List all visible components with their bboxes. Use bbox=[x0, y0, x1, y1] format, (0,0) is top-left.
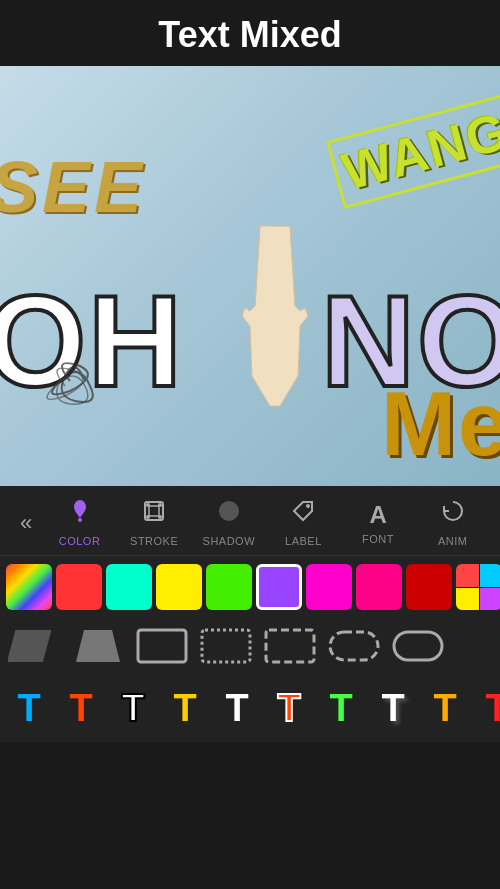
svg-point-7 bbox=[219, 501, 239, 521]
header: Text Mixed bbox=[0, 0, 500, 66]
swatch-green[interactable] bbox=[206, 564, 252, 610]
tool-color[interactable]: COLOR bbox=[42, 498, 117, 547]
hand-overlay bbox=[210, 226, 340, 446]
label-icon bbox=[290, 498, 316, 531]
swatch-yellow[interactable] bbox=[156, 564, 202, 610]
swatches-row bbox=[0, 556, 500, 618]
text-me[interactable]: Me bbox=[381, 373, 500, 476]
swatch-cyan[interactable] bbox=[106, 564, 152, 610]
swatch-darkred[interactable] bbox=[406, 564, 452, 610]
font-style-4[interactable]: T bbox=[162, 682, 208, 734]
svg-rect-12 bbox=[202, 630, 250, 662]
stroke-label: STROKE bbox=[130, 535, 178, 547]
swatch-magenta[interactable] bbox=[306, 564, 352, 610]
font-style-5[interactable]: T bbox=[214, 682, 260, 734]
font-icon: A bbox=[369, 501, 386, 529]
shape-trapezoid[interactable] bbox=[70, 626, 126, 666]
tool-shadow[interactable]: SHADOW bbox=[192, 498, 267, 547]
text-see[interactable]: SEE bbox=[0, 146, 146, 228]
font-label: FONT bbox=[362, 533, 394, 545]
svg-rect-15 bbox=[394, 632, 442, 660]
shape-pill-outline[interactable] bbox=[390, 626, 446, 666]
svg-marker-9 bbox=[8, 630, 51, 662]
font-style-6[interactable]: T bbox=[266, 682, 312, 734]
font-style-1[interactable]: T bbox=[6, 682, 52, 734]
svg-rect-2 bbox=[149, 506, 159, 516]
back-button[interactable]: « bbox=[10, 506, 42, 540]
svg-point-6 bbox=[158, 515, 162, 519]
shapes-row bbox=[0, 618, 500, 674]
page-title: Text Mixed bbox=[158, 14, 341, 55]
font-style-2[interactable]: T bbox=[58, 682, 104, 734]
swatch-hotpink[interactable] bbox=[356, 564, 402, 610]
svg-marker-10 bbox=[76, 630, 120, 662]
bottom-panel: « COLOR STROKE SHADOW LABEL bbox=[0, 486, 500, 742]
color-icon bbox=[67, 498, 93, 531]
label-label: LABEL bbox=[285, 535, 322, 547]
stroke-icon bbox=[141, 498, 167, 531]
swatch-multi[interactable] bbox=[456, 564, 500, 610]
shape-rectangle-dashed[interactable] bbox=[262, 626, 318, 666]
font-style-10[interactable]: T bbox=[474, 682, 500, 734]
font-style-9[interactable]: T bbox=[422, 682, 468, 734]
tool-label[interactable]: LABEL bbox=[266, 498, 341, 547]
swatch-rainbow[interactable] bbox=[6, 564, 52, 610]
tool-font[interactable]: A FONT bbox=[341, 501, 416, 545]
font-style-3[interactable]: T bbox=[110, 682, 156, 734]
svg-point-0 bbox=[78, 518, 82, 522]
anim-label: ANIM bbox=[438, 535, 468, 547]
font-style-8[interactable]: T bbox=[370, 682, 416, 734]
shape-parallelogram-dark[interactable] bbox=[6, 626, 62, 666]
svg-point-5 bbox=[146, 515, 150, 519]
shape-rectangle-outline[interactable] bbox=[134, 626, 190, 666]
shadow-icon bbox=[216, 498, 242, 531]
fonts-row: T T T T T T T T T T bbox=[0, 674, 500, 742]
shadow-label: SHADOW bbox=[203, 535, 256, 547]
svg-rect-13 bbox=[266, 630, 314, 662]
tool-anim[interactable]: ANIM bbox=[415, 498, 490, 547]
font-style-7[interactable]: T bbox=[318, 682, 364, 734]
shape-rounded-dashed[interactable] bbox=[326, 626, 382, 666]
swatch-purple[interactable] bbox=[256, 564, 302, 610]
canvas-area: SEE WANG OH NO Me bbox=[0, 66, 500, 486]
tool-stroke[interactable]: STROKE bbox=[117, 498, 192, 547]
color-label: COLOR bbox=[59, 535, 101, 547]
svg-rect-14 bbox=[330, 632, 378, 660]
shape-rectangle-dotted[interactable] bbox=[198, 626, 254, 666]
scribble-decoration bbox=[20, 336, 120, 426]
svg-point-8 bbox=[306, 504, 310, 508]
svg-point-4 bbox=[158, 503, 162, 507]
anim-icon bbox=[440, 498, 466, 531]
svg-rect-11 bbox=[138, 630, 186, 662]
svg-point-3 bbox=[146, 503, 150, 507]
swatch-red[interactable] bbox=[56, 564, 102, 610]
tools-row: « COLOR STROKE SHADOW LABEL bbox=[0, 486, 500, 556]
